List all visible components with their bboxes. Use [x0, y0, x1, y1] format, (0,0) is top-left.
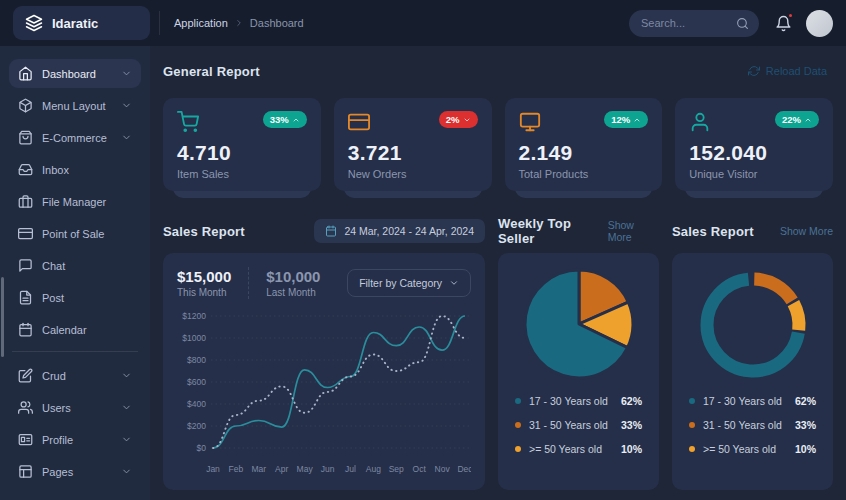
layout-icon [18, 464, 33, 479]
stat-card-unique-visitor: 22% 152.040 Unique Visitor [675, 98, 833, 191]
sidebar-item-pages[interactable]: Pages [9, 457, 141, 486]
chevron-down-icon [121, 100, 132, 111]
trend-badge[interactable]: 12% [604, 111, 648, 128]
svg-text:Jul: Jul [345, 464, 356, 474]
sidebar-item-menu-layout[interactable]: Menu Layout [9, 91, 141, 120]
refresh-icon [748, 65, 760, 77]
id-card-icon [18, 432, 33, 447]
sidebar-item-ecommerce[interactable]: E-Commerce [9, 123, 141, 152]
sidebar-item-crud[interactable]: Crud [9, 361, 141, 390]
sidebar-item-users[interactable]: Users [9, 393, 141, 422]
date-range-picker[interactable]: 24 Mar, 2024 - 24 Apr, 2024 [314, 219, 485, 243]
svg-text:Aug: Aug [366, 464, 381, 474]
topbar: Idaratic Application Dashboard [0, 0, 846, 46]
stat-value: 152.040 [689, 141, 819, 165]
donut-legend: 17 - 30 Years old 62% 31 - 50 Years old … [684, 389, 821, 461]
chevron-right-icon [234, 18, 244, 28]
trend-badge[interactable]: 22% [775, 111, 819, 128]
svg-text:Nov: Nov [435, 464, 451, 474]
monitor-icon [519, 111, 541, 133]
trend-badge[interactable]: 33% [263, 111, 307, 128]
sidebar-item-label: Post [42, 292, 64, 304]
svg-text:Apr: Apr [275, 464, 288, 474]
sidebar-item-label: E-Commerce [42, 132, 107, 144]
file-text-icon [18, 290, 33, 305]
svg-text:Sep: Sep [389, 464, 404, 474]
sidebar-scrollbar[interactable] [1, 277, 4, 357]
sales-report-title: Sales Report [163, 224, 245, 239]
calendar-icon [18, 322, 33, 337]
filter-by-category-select[interactable]: Filter by Category [347, 269, 471, 297]
sales-report-donut-section: Sales Report Show More 17 - 30 Years old… [672, 220, 833, 490]
reload-data-button[interactable]: Reload Data [742, 64, 833, 78]
sidebar-divider [12, 351, 138, 352]
search-icon[interactable] [736, 17, 749, 30]
main-content: General Report Reload Data 33% 4.710 Ite… [150, 46, 846, 500]
weekly-top-seller-pie-chart [511, 265, 647, 385]
sales-report-donut-card: 17 - 30 Years old 62% 31 - 50 Years old … [672, 253, 833, 490]
svg-text:$800: $800 [187, 355, 206, 365]
chevron-down-icon [449, 278, 459, 288]
inbox-icon [18, 162, 33, 177]
brand[interactable]: Idaratic [13, 6, 150, 40]
legend-item: 17 - 30 Years old 62% [513, 389, 644, 413]
this-month-label: This Month [177, 287, 231, 298]
sidebar-item-file-manager[interactable]: File Manager [9, 187, 141, 216]
sidebar-item-label: Profile [42, 434, 73, 446]
svg-text:$1200: $1200 [182, 311, 206, 321]
show-more-link[interactable]: Show More [608, 219, 659, 243]
sidebar-item-calendar[interactable]: Calendar [9, 315, 141, 344]
sidebar-item-label: Chat [42, 260, 65, 272]
stat-value: 4.710 [177, 141, 307, 165]
sidebar-item-post[interactable]: Post [9, 283, 141, 312]
sidebar-item-label: Users [42, 402, 71, 414]
svg-text:Dec: Dec [457, 464, 471, 474]
sidebar-item-label: Pages [42, 466, 73, 478]
chevron-down-icon [463, 116, 471, 124]
svg-text:Mar: Mar [251, 464, 266, 474]
svg-text:$600: $600 [187, 377, 206, 387]
notification-badge [787, 12, 794, 19]
weekly-top-seller-section: Weekly Top Seller Show More 17 - 30 Year… [498, 220, 659, 490]
legend-item: >= 50 Years old 10% [687, 437, 818, 461]
sidebar-item-chat[interactable]: Chat [9, 251, 141, 280]
sales-report-donut-title: Sales Report [672, 224, 754, 239]
calendar-icon [325, 225, 337, 237]
trend-badge[interactable]: 2% [439, 111, 478, 128]
notifications-button[interactable] [775, 15, 792, 32]
layers-logo-icon [25, 14, 43, 32]
legend-dot [515, 422, 521, 428]
legend-dot [515, 446, 521, 452]
stat-label: Item Sales [177, 168, 307, 180]
legend-item: 31 - 50 Years old 33% [513, 413, 644, 437]
svg-text:$1000: $1000 [182, 333, 206, 343]
sales-report-section: Sales Report 24 Mar, 2024 - 24 Apr, 2024… [163, 220, 485, 490]
chevron-up-icon [633, 116, 641, 124]
legend-dot [689, 422, 695, 428]
show-more-link[interactable]: Show More [780, 225, 833, 237]
chevron-down-icon [121, 466, 132, 477]
sidebar-item-label: Dashboard [42, 68, 96, 80]
stat-label: Total Products [519, 168, 649, 180]
sidebar: Dashboard Menu Layout E-Commerce Inbox F… [0, 46, 150, 500]
svg-text:Oct: Oct [413, 464, 427, 474]
avatar[interactable] [806, 10, 833, 37]
legend-item: >= 50 Years old 10% [513, 437, 644, 461]
breadcrumb-item[interactable]: Application [174, 17, 228, 29]
sidebar-item-label: Calendar [42, 324, 87, 336]
user-icon [689, 111, 711, 133]
this-month-value: $15,000 [177, 268, 231, 285]
sidebar-item-point-of-sale[interactable]: Point of Sale [9, 219, 141, 248]
briefcase-icon [18, 194, 33, 209]
sidebar-item-profile[interactable]: Profile [9, 425, 141, 454]
breadcrumb: Application Dashboard [174, 17, 304, 29]
sidebar-item-dashboard[interactable]: Dashboard [9, 59, 141, 88]
stat-label: Unique Visitor [689, 168, 819, 180]
shopping-cart-icon [177, 111, 199, 133]
sidebar-item-inbox[interactable]: Inbox [9, 155, 141, 184]
chevron-down-icon [121, 402, 132, 413]
chevron-down-icon [121, 370, 132, 381]
sidebar-item-label: Inbox [42, 164, 69, 176]
message-square-icon [18, 258, 33, 273]
legend-item: 17 - 30 Years old 62% [687, 389, 818, 413]
